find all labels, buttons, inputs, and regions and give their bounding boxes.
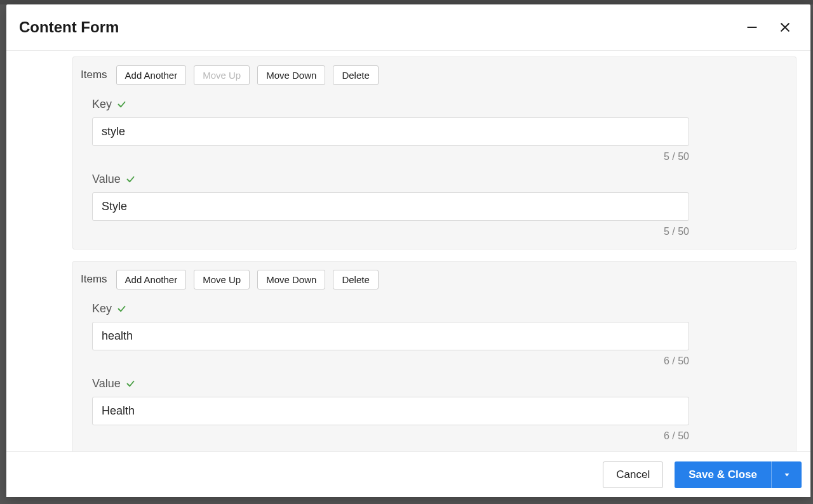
check-icon <box>117 100 126 109</box>
value-counter: 5 / 50 <box>92 226 689 237</box>
close-button[interactable] <box>777 20 793 35</box>
key-label: Key <box>92 302 112 315</box>
minimize-button[interactable] <box>744 20 760 35</box>
close-icon <box>779 21 791 34</box>
form-content: Items Add Another Move Up Move Down Dele… <box>72 56 796 451</box>
key-label-row: Key <box>92 302 777 315</box>
delete-button[interactable]: Delete <box>333 65 378 85</box>
item-toolbar: Items Add Another Move Up Move Down Dele… <box>81 262 777 297</box>
value-label: Value <box>92 173 121 186</box>
value-label-row: Value <box>92 377 777 390</box>
item-card: Items Add Another Move Up Move Down Dele… <box>72 261 796 451</box>
move-up-button[interactable]: Move Up <box>194 65 250 85</box>
save-button-group: Save & Close <box>675 461 802 488</box>
modal-scroll-area[interactable]: Items Add Another Move Up Move Down Dele… <box>6 51 810 451</box>
add-another-button[interactable]: Add Another <box>116 270 187 289</box>
value-input[interactable] <box>92 397 689 425</box>
key-label: Key <box>92 98 112 111</box>
key-input[interactable] <box>92 117 689 146</box>
save-and-close-button[interactable]: Save & Close <box>675 461 771 488</box>
modal-header: Content Form <box>6 4 810 51</box>
items-label: Items <box>81 69 107 81</box>
move-down-button[interactable]: Move Down <box>257 270 325 289</box>
check-icon <box>126 175 135 184</box>
key-label-row: Key <box>92 98 777 111</box>
value-input[interactable] <box>92 192 689 221</box>
cancel-button[interactable]: Cancel <box>603 461 663 488</box>
caret-down-icon <box>783 471 791 479</box>
item-card: Items Add Another Move Up Move Down Dele… <box>72 56 796 249</box>
check-icon <box>117 304 126 314</box>
minimize-icon <box>746 21 758 34</box>
value-label: Value <box>92 377 121 390</box>
value-counter: 6 / 50 <box>92 430 689 442</box>
add-another-button[interactable]: Add Another <box>116 65 187 85</box>
move-down-button[interactable]: Move Down <box>257 65 325 85</box>
content-form-modal: Content Form Items Add Another Move Up M… <box>6 4 810 497</box>
modal-title: Content Form <box>19 18 119 36</box>
modal-body: Items Add Another Move Up Move Down Dele… <box>6 51 810 451</box>
modal-header-actions <box>744 20 793 35</box>
delete-button[interactable]: Delete <box>333 270 378 289</box>
key-input[interactable] <box>92 322 689 350</box>
move-up-button[interactable]: Move Up <box>194 270 250 289</box>
save-dropdown-button[interactable] <box>771 461 802 488</box>
item-toolbar: Items Add Another Move Up Move Down Dele… <box>81 57 777 93</box>
value-label-row: Value <box>92 173 777 186</box>
check-icon <box>126 379 135 388</box>
items-label: Items <box>81 273 107 286</box>
modal-footer: Cancel Save & Close <box>6 451 810 497</box>
key-counter: 6 / 50 <box>92 355 689 367</box>
key-counter: 5 / 50 <box>92 151 689 162</box>
